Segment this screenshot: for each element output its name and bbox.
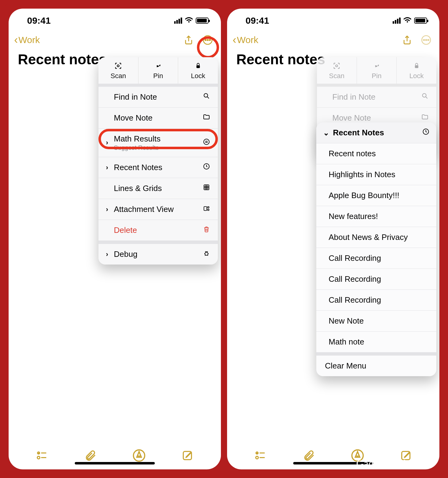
submenu-item[interactable]: Math note	[316, 331, 436, 352]
menu-lines-grids[interactable]: Lines & Grids	[98, 178, 218, 199]
svg-point-21	[428, 39, 429, 41]
svg-point-2	[207, 39, 208, 41]
clock-icon	[202, 163, 211, 172]
svg-point-6	[204, 94, 208, 97]
pin-icon	[357, 62, 397, 70]
recent-notes-submenu: ⌄ Recent Notes Recent notes Highlights i…	[316, 122, 436, 376]
submenu-header[interactable]: ⌄ Recent Notes	[316, 122, 436, 143]
submenu-clear[interactable]: Clear Menu	[316, 355, 436, 376]
back-label: Work	[18, 35, 40, 45]
scan-icon	[317, 62, 357, 70]
clock-icon	[422, 128, 430, 137]
chevron-down-icon: ⌄	[323, 129, 329, 137]
svg-rect-23	[415, 65, 418, 68]
chevron-right-icon: ›	[104, 250, 110, 258]
battery-icon	[196, 18, 209, 24]
svg-point-3	[209, 39, 210, 41]
compose-icon[interactable]	[180, 448, 195, 463]
svg-point-1	[205, 39, 206, 41]
menu-recent-notes[interactable]: › Recent Notes	[98, 157, 218, 178]
lock-icon	[178, 62, 218, 70]
status-time: 09:41	[246, 15, 269, 26]
checklist-icon[interactable]	[253, 448, 268, 463]
svg-point-22	[336, 65, 338, 67]
svg-rect-12	[208, 209, 209, 211]
menu-find-in-note[interactable]: Find in Note	[98, 87, 218, 108]
attachment-icon[interactable]	[302, 448, 316, 463]
home-indicator	[75, 462, 155, 464]
chevron-left-icon: ‹	[233, 34, 236, 46]
nav-bar: ‹ Work	[227, 27, 439, 48]
submenu-item[interactable]: Call Recording	[316, 289, 436, 310]
bottom-toolbar	[9, 442, 221, 469]
menu-pin: Pin	[357, 57, 397, 84]
status-bar: 09:41	[9, 9, 221, 27]
submenu-item[interactable]: Apple Bug Bounty!!!	[316, 185, 436, 206]
attachment-icon[interactable]	[83, 448, 98, 463]
scan-icon	[98, 62, 138, 70]
back-button[interactable]: ‹ Work	[233, 34, 258, 46]
search-icon	[202, 92, 211, 102]
menu-scan: Scan	[317, 57, 357, 84]
lock-icon	[397, 62, 436, 70]
svg-point-19	[423, 39, 425, 41]
share-icon[interactable]	[183, 35, 194, 45]
trash-icon	[202, 225, 211, 235]
submenu-item[interactable]: Call Recording	[316, 248, 436, 269]
phone-left: 09:41 ‹ Work Rec	[9, 9, 221, 469]
menu-delete[interactable]: Delete	[98, 220, 218, 241]
status-bar: 09:41	[227, 9, 439, 27]
menu-lock: Lock	[397, 57, 436, 84]
back-label: Work	[237, 35, 258, 45]
back-button[interactable]: ‹ Work	[14, 34, 40, 46]
pencil-tip-icon[interactable]	[132, 448, 146, 463]
equals-icon	[202, 138, 211, 148]
grid-icon	[202, 184, 211, 193]
menu-attachment-view[interactable]: › Attachment View	[98, 199, 218, 220]
chevron-right-icon: ›	[104, 164, 110, 172]
chevron-right-icon: ›	[104, 139, 110, 147]
wifi-icon	[185, 15, 193, 26]
svg-rect-10	[204, 207, 207, 211]
more-icon[interactable]	[421, 35, 431, 45]
status-time: 09:41	[27, 15, 51, 26]
menu-find-in-note: Find in Note	[317, 87, 436, 108]
menu-move-note[interactable]: Move Note	[98, 108, 218, 129]
folder-icon	[420, 113, 430, 123]
submenu-item[interactable]: Highlights in Notes	[316, 164, 436, 185]
menu-lock[interactable]: Lock	[178, 57, 218, 84]
submenu-item[interactable]: Call Recording	[316, 269, 436, 289]
submenu-item[interactable]: About News & Privacy	[316, 227, 436, 248]
submenu-item[interactable]: New Note	[316, 310, 436, 331]
wifi-icon	[403, 15, 412, 26]
svg-point-20	[426, 39, 427, 41]
svg-point-28	[256, 456, 258, 459]
search-icon	[420, 92, 430, 102]
share-icon[interactable]	[402, 35, 412, 45]
menu-pin[interactable]: Pin	[138, 57, 178, 84]
svg-point-15	[37, 456, 40, 459]
menu-math-results[interactable]: › Math Results Suggest Results	[98, 129, 218, 157]
cellular-icon	[174, 18, 182, 24]
nav-bar: ‹ Work	[9, 27, 221, 48]
folder-icon	[202, 113, 211, 123]
menu-debug[interactable]: › Debug	[98, 244, 218, 265]
chevron-right-icon: ›	[104, 205, 110, 213]
svg-point-24	[422, 94, 426, 97]
submenu-item[interactable]: New features!	[316, 206, 436, 227]
pin-icon	[138, 62, 178, 70]
context-menu: Scan Pin Lock	[98, 57, 218, 265]
svg-rect-9	[204, 185, 209, 190]
submenu-item[interactable]: Recent notes	[316, 143, 436, 164]
svg-point-4	[117, 65, 119, 67]
svg-point-7	[204, 139, 209, 145]
phone-right: 09:41 ‹ Work Rec	[227, 9, 439, 469]
layout-icon	[202, 205, 211, 214]
credit-text: GadgetHacks.com	[356, 458, 433, 469]
battery-icon	[414, 18, 427, 24]
svg-rect-11	[208, 207, 209, 208]
checklist-icon[interactable]	[35, 448, 50, 463]
more-icon[interactable]	[202, 35, 213, 45]
menu-scan[interactable]: Scan	[98, 57, 138, 84]
bug-icon	[202, 249, 211, 259]
